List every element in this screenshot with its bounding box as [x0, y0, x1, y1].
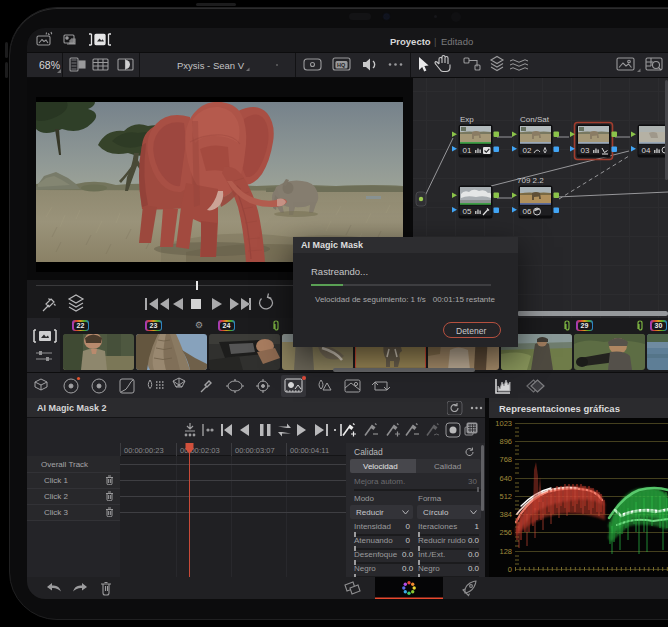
- svg-text:06: 06: [523, 207, 532, 216]
- svg-text:384: 384: [499, 510, 512, 519]
- svg-text:128: 128: [499, 547, 512, 556]
- svg-text:709 2.2: 709 2.2: [517, 176, 544, 185]
- svg-text:04: 04: [642, 146, 651, 155]
- svg-text:640: 640: [499, 474, 512, 483]
- svg-text:Exp: Exp: [460, 115, 474, 124]
- svg-text:896: 896: [499, 437, 512, 446]
- svg-text:05: 05: [463, 207, 472, 216]
- svg-text:01: 01: [463, 146, 472, 155]
- svg-text:0: 0: [508, 565, 512, 574]
- svg-text:1023: 1023: [495, 419, 512, 428]
- svg-text:02: 02: [523, 146, 532, 155]
- svg-text:03: 03: [581, 146, 590, 155]
- svg-text:256: 256: [499, 528, 512, 537]
- svg-text:Con/Sat: Con/Sat: [520, 115, 550, 124]
- svg-text:768: 768: [499, 455, 512, 464]
- svg-text:512: 512: [499, 492, 512, 501]
- svg-text:HQ: HQ: [337, 62, 346, 68]
